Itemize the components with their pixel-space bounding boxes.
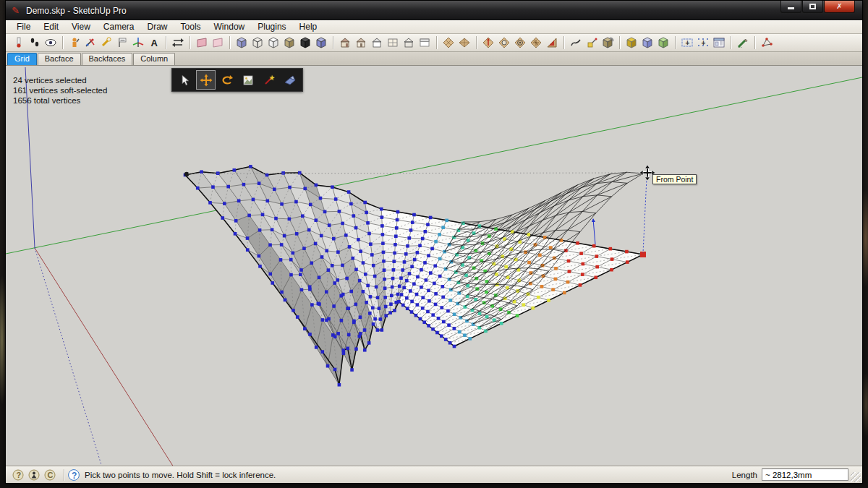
add-detail-icon[interactable] — [528, 35, 544, 51]
follow-me-icon[interactable] — [600, 35, 616, 51]
back-face-icon[interactable] — [210, 35, 226, 51]
flag-tool-icon[interactable] — [114, 35, 130, 51]
maximize-icon — [809, 4, 816, 9]
freehand-icon[interactable] — [568, 35, 584, 51]
close-icon: ✗ — [836, 2, 842, 10]
toolbar-separator — [166, 36, 166, 49]
toolbar-separator — [476, 36, 477, 49]
menu-edit[interactable]: Edit — [37, 21, 65, 33]
view-back-icon[interactable] — [353, 35, 369, 51]
resize-grip[interactable] — [851, 472, 861, 482]
look-around-icon[interactable] — [43, 35, 59, 51]
swap-orientation-icon[interactable] — [170, 35, 186, 51]
axes-icon[interactable] — [130, 35, 146, 51]
toolbar-group — [335, 35, 435, 51]
text-tool-icon[interactable]: A — [146, 35, 162, 51]
toolbar-group — [438, 35, 475, 51]
drape-icon[interactable] — [512, 35, 528, 51]
window-controls: ✗ — [780, 1, 855, 13]
selected-count: 24 vertices selected — [13, 75, 107, 85]
scene-tab-backfaces[interactable]: Backfaces — [82, 53, 133, 65]
style-hiddenline-icon[interactable] — [265, 35, 281, 51]
toolbar-separator — [190, 36, 190, 49]
vt-scale-button[interactable] — [238, 70, 258, 90]
flip-edge-icon[interactable] — [544, 35, 560, 51]
maximize-button[interactable] — [802, 1, 823, 13]
sandbox-from-scratch-icon[interactable] — [456, 35, 472, 51]
view-iso-icon[interactable] — [337, 35, 353, 51]
component-blue-icon[interactable] — [639, 35, 655, 51]
viewport[interactable]: 24 vertices selected 161 vertices soft-s… — [6, 66, 862, 467]
axis-red — [35, 248, 174, 467]
select-loose-icon[interactable]: + — [695, 35, 711, 51]
toolbar-separator — [333, 36, 333, 49]
style-wireframe-icon[interactable] — [250, 35, 265, 51]
selection-info: 24 vertices selected 161 vertices soft-s… — [13, 75, 107, 106]
vt-gizmo-button[interactable] — [259, 70, 278, 90]
component-green-icon[interactable] — [655, 35, 671, 51]
wrench-tool-icon[interactable] — [98, 35, 114, 51]
axes-place-icon[interactable] — [584, 35, 600, 51]
stamp-icon[interactable] — [496, 35, 512, 51]
view-top-icon[interactable] — [385, 35, 401, 51]
vt-rotate-icon — [221, 74, 234, 87]
close-button[interactable]: ✗ — [824, 1, 855, 13]
vt-soft-selection-button[interactable] — [280, 70, 299, 90]
person-target-icon[interactable] — [67, 35, 82, 51]
component-window-icon[interactable] — [711, 35, 727, 51]
axis-blue-negative — [35, 248, 102, 467]
view-bottom-icon[interactable] — [417, 35, 433, 51]
vertex-tools-icon[interactable] — [759, 35, 775, 51]
menu-plugins[interactable]: Plugins — [251, 21, 292, 33]
measure-pencil-icon[interactable] — [735, 35, 751, 51]
vt-select-cursor-button[interactable] — [175, 70, 195, 90]
menu-tools[interactable]: Tools — [174, 21, 208, 33]
menu-draw[interactable]: Draw — [141, 21, 174, 33]
smoove-icon[interactable] — [480, 35, 496, 51]
view-side-icon[interactable] — [401, 35, 417, 51]
position-camera-icon[interactable] — [11, 35, 27, 51]
credits-status-icon[interactable] — [27, 468, 41, 483]
geolocation-status-icon[interactable]: ? — [12, 468, 25, 483]
app-icon: ✎ — [12, 6, 22, 16]
length-input[interactable] — [762, 468, 848, 481]
toolbar-group: A — [64, 35, 164, 51]
select-bounds-icon[interactable]: + — [679, 35, 695, 51]
soft-selected-count: 161 vertices soft-selected — [13, 85, 107, 95]
menu-camera[interactable]: Camera — [97, 21, 141, 33]
title-bar[interactable]: ✎ Demo.skp - SketchUp Pro ✗ — [6, 1, 862, 20]
style-shaded-icon[interactable] — [281, 35, 297, 51]
menu-file[interactable]: File — [10, 21, 37, 33]
help-icon[interactable]: ? — [67, 468, 80, 483]
main-toolbar: A++ — [6, 34, 862, 52]
toolbar-group — [478, 35, 562, 51]
view-front-icon[interactable] — [369, 35, 385, 51]
total-vertices-count: 1656 total vertices — [13, 95, 107, 106]
svg-text:?: ? — [72, 471, 77, 481]
component-yellow-icon[interactable] — [624, 35, 639, 51]
scene-tab-column[interactable]: Column — [133, 53, 175, 65]
menu-help[interactable]: Help — [293, 21, 324, 33]
style-xray-icon[interactable] — [234, 35, 250, 51]
vt-gizmo-icon — [263, 74, 276, 87]
scene-tab-grid[interactable]: Grid — [7, 53, 37, 65]
vertex-tools-toolbar — [171, 68, 303, 92]
style-monochrome-icon[interactable] — [313, 35, 329, 51]
node-edit-icon[interactable] — [82, 35, 98, 51]
style-textured-icon[interactable] — [297, 35, 313, 51]
vt-rotate-button[interactable] — [217, 70, 237, 90]
walk-icon[interactable] — [27, 35, 43, 51]
toolbar-separator — [619, 36, 620, 49]
vt-move-button[interactable] — [196, 70, 216, 90]
menu-window[interactable]: Window — [208, 21, 252, 33]
toolbar-group — [9, 35, 61, 51]
sandbox-from-contours-icon[interactable] — [441, 35, 456, 51]
vt-move-icon — [200, 74, 213, 87]
svg-text:A: A — [151, 38, 158, 48]
menu-view[interactable]: View — [65, 21, 97, 33]
front-face-icon[interactable] — [194, 35, 210, 51]
claim-status-icon[interactable]: C — [43, 468, 56, 483]
scene-tab-bacface[interactable]: Bacface — [38, 53, 81, 65]
toolbar-group — [168, 35, 188, 51]
minimize-button[interactable] — [780, 1, 801, 13]
